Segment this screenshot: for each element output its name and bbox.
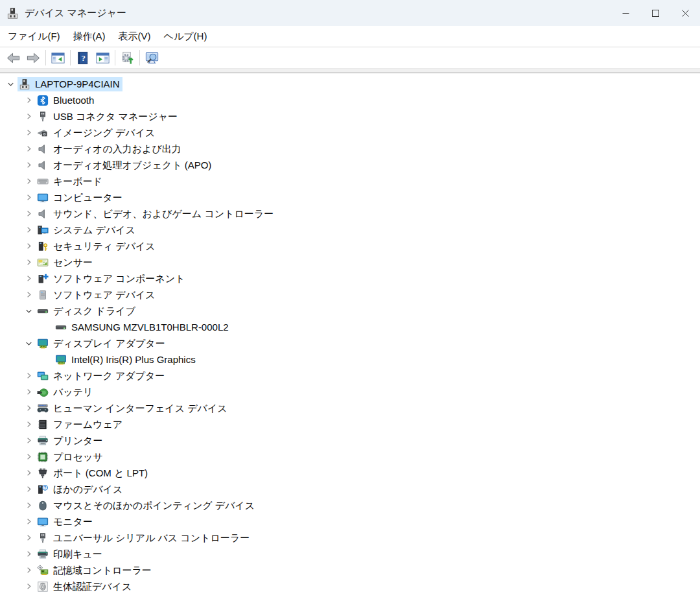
tree-item-content: ?ほかのデバイス — [36, 482, 125, 497]
tree-item-label: オーディオ処理オブジェクト (APO) — [53, 159, 211, 171]
tree-item[interactable]: システム デバイス — [0, 222, 700, 238]
chevron-collapsed-icon[interactable] — [21, 497, 36, 513]
tree-item[interactable]: LAPTOP-9P4CIAIN — [0, 76, 700, 92]
close-button[interactable] — [670, 0, 700, 26]
tree-item-content: SAMSUNG MZVLB1T0HBLR-000L2 — [54, 320, 231, 334]
tree-item[interactable]: SAMSUNG MZVLB1T0HBLR-000L2 — [0, 319, 700, 335]
tree-item[interactable]: プロセッサ — [0, 449, 700, 465]
tree-item[interactable]: サウンド、ビデオ、およびゲーム コントローラー — [0, 205, 700, 222]
back-button[interactable] — [3, 49, 23, 67]
tree-item[interactable]: ネットワーク アダプター — [0, 368, 700, 384]
menu-file[interactable]: ファイル(F) — [1, 27, 67, 46]
tree-item[interactable]: Bluetooth — [0, 92, 700, 108]
tree-item[interactable]: 記憶域コントローラー — [0, 562, 700, 578]
tree-item-label: ファームウェア — [53, 419, 122, 430]
tree-item[interactable]: イメージング デバイス — [0, 124, 700, 141]
forward-button[interactable] — [23, 49, 43, 67]
tree-item-label: SAMSUNG MZVLB1T0HBLR-000L2 — [71, 322, 229, 333]
tree-item-label: ユニバーサル シリアル バス コントローラー — [53, 532, 250, 544]
chevron-collapsed-icon[interactable] — [21, 124, 36, 141]
tree-item[interactable]: オーディオの入力および出力 — [0, 141, 700, 157]
tree-item-content: バッテリ — [36, 385, 95, 399]
speaker-icon — [37, 208, 49, 220]
chevron-collapsed-icon[interactable] — [21, 270, 36, 287]
tree-item[interactable]: オーディオ処理オブジェクト (APO) — [0, 157, 700, 173]
imaging-device-icon — [37, 127, 49, 139]
tree-item[interactable]: マウスとそのほかのポインティング デバイス — [0, 497, 700, 513]
chevron-collapsed-icon[interactable] — [21, 513, 36, 530]
tree-item-label: プリンター — [53, 435, 102, 447]
tree-item[interactable]: ディスプレイ アダプター — [0, 335, 700, 351]
menu-action[interactable]: 操作(A) — [67, 27, 112, 46]
tree-item[interactable]: セキュリティ デバイス — [0, 238, 700, 254]
help-icon: ? — [75, 51, 90, 65]
tree-item-label: バッテリ — [53, 386, 93, 398]
chevron-collapsed-icon[interactable] — [21, 578, 36, 594]
chevron-collapsed-icon[interactable] — [21, 254, 36, 270]
action-pane-toggle-button[interactable] — [93, 49, 113, 67]
tree-item[interactable]: 生体認証デバイス — [0, 578, 700, 594]
tree-item[interactable]: ?ほかのデバイス — [0, 481, 700, 497]
chevron-collapsed-icon[interactable] — [21, 465, 36, 481]
chevron-collapsed-icon[interactable] — [21, 173, 36, 189]
chevron-collapsed-icon[interactable] — [21, 157, 36, 173]
tree-item-content: ディスク ドライブ — [36, 304, 138, 318]
tree-item[interactable]: Intel(R) Iris(R) Plus Graphics — [0, 351, 700, 368]
tree-item[interactable]: キーボード — [0, 173, 700, 189]
tree-item[interactable]: ファームウェア — [0, 416, 700, 432]
device-tree: LAPTOP-9P4CIAINBluetoothUSB コネクタ マネージャーイ… — [0, 73, 700, 610]
svg-text:?: ? — [44, 486, 47, 489]
chevron-collapsed-icon[interactable] — [21, 92, 36, 108]
chevron-collapsed-icon[interactable] — [21, 141, 36, 157]
scan-hardware-changes-button[interactable] — [142, 49, 162, 67]
maximize-button[interactable] — [640, 0, 670, 26]
chevron-collapsed-icon[interactable] — [21, 481, 36, 497]
chevron-expanded-icon[interactable] — [21, 303, 36, 319]
chevron-collapsed-icon[interactable] — [21, 205, 36, 222]
forward-arrow-icon — [26, 51, 41, 65]
chevron-collapsed-icon[interactable] — [21, 287, 36, 303]
chevron-collapsed-icon[interactable] — [21, 108, 36, 124]
menu-help[interactable]: ヘルプ(H) — [158, 27, 214, 46]
tree-item-content: Intel(R) Iris(R) Plus Graphics — [54, 353, 198, 367]
tree-item[interactable]: プリンター — [0, 432, 700, 449]
chevron-expanded-icon[interactable] — [3, 76, 18, 92]
chevron-collapsed-icon[interactable] — [21, 238, 36, 254]
chevron-collapsed-icon[interactable] — [21, 530, 36, 546]
chevron-collapsed-icon[interactable] — [21, 400, 36, 416]
chevron-collapsed-icon[interactable] — [21, 222, 36, 238]
tree-item-content: プリンター — [36, 434, 105, 448]
tree-item[interactable]: 印刷キュー — [0, 546, 700, 562]
tree-item[interactable]: モニター — [0, 513, 700, 530]
chevron-collapsed-icon[interactable] — [21, 449, 36, 465]
console-tree-toggle-button[interactable] — [48, 49, 68, 67]
network-adapter-icon — [37, 370, 49, 382]
tree-item[interactable]: ヒューマン インターフェイス デバイス — [0, 400, 700, 416]
tree-item[interactable]: センサー — [0, 254, 700, 270]
chevron-collapsed-icon[interactable] — [21, 384, 36, 400]
chevron-collapsed-icon[interactable] — [21, 189, 36, 205]
tree-item-content: ソフトウェア コンポーネント — [36, 272, 187, 286]
back-arrow-icon — [6, 51, 21, 65]
tree-item[interactable]: コンピューター — [0, 189, 700, 205]
chevron-expanded-icon[interactable] — [21, 335, 36, 351]
tree-item[interactable]: ユニバーサル シリアル バス コントローラー — [0, 530, 700, 546]
sensors-icon — [37, 257, 49, 268]
chevron-collapsed-icon[interactable] — [21, 432, 36, 449]
menu-view[interactable]: 表示(V) — [112, 27, 158, 46]
tree-item[interactable]: USB コネクタ マネージャー — [0, 108, 700, 124]
tree-item[interactable]: バッテリ — [0, 384, 700, 400]
chevron-collapsed-icon[interactable] — [21, 546, 36, 562]
tree-item-label: 記憶域コントローラー — [53, 565, 152, 576]
tree-item[interactable]: ソフトウェア デバイス — [0, 287, 700, 303]
tree-item[interactable]: ディスク ドライブ — [0, 303, 700, 319]
chevron-collapsed-icon[interactable] — [21, 416, 36, 432]
minimize-button[interactable] — [611, 0, 640, 26]
help-button[interactable]: ? — [73, 49, 93, 67]
update-driver-button[interactable] — [117, 49, 137, 67]
tree-item-content: 記憶域コントローラー — [36, 563, 154, 578]
tree-item[interactable]: ポート (COM と LPT) — [0, 465, 700, 481]
chevron-collapsed-icon[interactable] — [21, 562, 36, 578]
tree-item[interactable]: ソフトウェア コンポーネント — [0, 270, 700, 287]
chevron-collapsed-icon[interactable] — [21, 368, 36, 384]
